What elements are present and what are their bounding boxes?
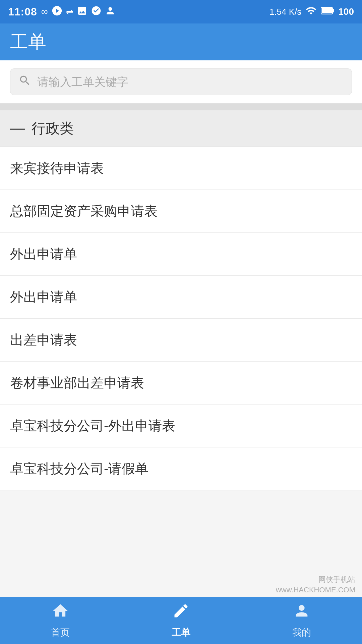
svg-rect-1 [333,9,334,12]
list-item[interactable]: 出差申请表 [0,319,362,362]
list-item[interactable]: 卓宝科技分公司-请假单 [0,447,362,490]
bottom-nav: 首页 工单 我的 [0,597,362,644]
status-time: 11:08 [8,6,37,18]
svg-rect-2 [322,8,332,13]
status-icons: ∞ ⇌ [41,5,116,19]
list-item[interactable]: 外出申请单 [0,233,362,276]
nav-item-mine[interactable]: 我的 [241,602,362,639]
status-bar: 11:08 ∞ ⇌ 1.54 K/s [0,0,362,23]
battery-percent: 100 [338,6,354,17]
status-right: 1.54 K/s 100 [269,5,354,19]
category-label: 行政类 [32,119,74,138]
infinity-icon: ∞ [41,6,48,17]
nav-label-workorder: 工单 [172,626,190,639]
home-icon [52,602,69,624]
network-speed: 1.54 K/s [269,7,301,17]
list-item-text: 卓宝科技分公司-外出申请表 [10,418,175,433]
list-item[interactable]: 卷材事业部出差申请表 [0,362,362,405]
section-divider [0,104,362,110]
list-container: 来宾接待申请表 总部固定资产采购申请表 外出申请单 外出申请单 出差申请表 卷材… [0,147,362,490]
page-title: 工单 [10,30,46,54]
usb-icon: ⇌ [66,7,73,17]
image-icon [77,5,87,18]
mine-icon [293,602,310,624]
search-input[interactable] [37,75,344,89]
search-icon [18,74,31,90]
list-item[interactable]: 卓宝科技分公司-外出申请表 [0,405,362,447]
search-container [0,60,362,104]
sync-icon [51,5,63,19]
edit-icon [172,602,190,624]
wifi-icon [305,5,317,19]
content-area: — 行政类 来宾接待申请表 总部固定资产采购申请表 外出申请单 外出申请单 出差… [0,110,362,604]
list-item-text: 卷材事业部出差申请表 [10,375,144,390]
list-item[interactable]: 总部固定资产采购申请表 [0,190,362,233]
header: 工单 [0,23,362,60]
person-icon [105,5,116,18]
list-item-text: 总部固定资产采购申请表 [10,204,158,218]
list-item-text: 来宾接待申请表 [10,161,104,175]
nav-item-workorder[interactable]: 工单 [121,602,241,639]
nav-label-mine: 我的 [292,626,311,639]
battery-icon [321,6,334,17]
list-item[interactable]: 来宾接待申请表 [0,147,362,190]
list-item-text: 外出申请单 [10,247,77,261]
search-box[interactable] [10,68,352,95]
list-item-text: 卓宝科技分公司-请假单 [10,461,148,476]
list-item-text: 外出申请单 [10,289,77,304]
nav-item-home[interactable]: 首页 [0,602,121,639]
check-icon [91,5,102,18]
nav-label-home: 首页 [51,626,70,639]
status-left: 11:08 ∞ ⇌ [8,5,116,19]
collapse-icon: — [10,121,25,136]
list-item[interactable]: 外出申请单 [0,276,362,319]
list-item-text: 出差申请表 [10,332,77,347]
category-section[interactable]: — 行政类 [0,110,362,147]
